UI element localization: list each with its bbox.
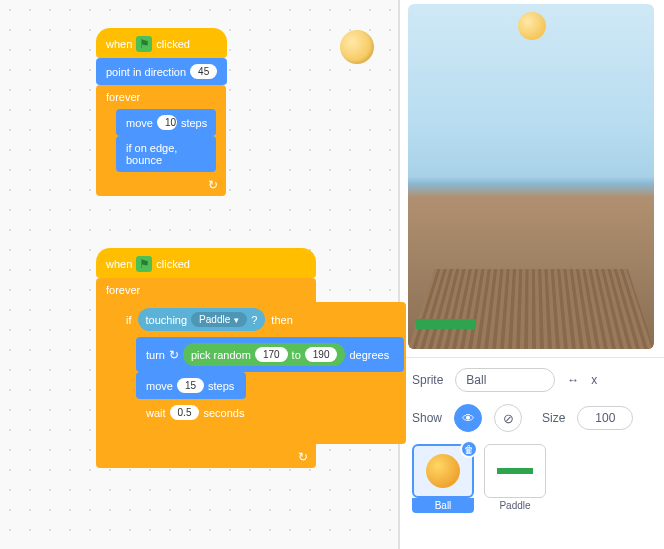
sprite-name-input[interactable]: Ball <box>455 368 555 392</box>
when-flag-clicked-block[interactable]: when clicked <box>96 248 316 278</box>
size-label: Size <box>542 411 565 425</box>
paddle-icon <box>497 468 533 474</box>
size-input[interactable]: 100 <box>577 406 633 430</box>
loop-arrow-icon <box>208 178 218 192</box>
block-label: if <box>126 314 132 326</box>
hat-text: when <box>106 38 132 50</box>
block-label: steps <box>208 380 234 392</box>
block-label: move <box>146 380 173 392</box>
if-then-block[interactable]: if touching Paddle ? then <box>116 302 406 444</box>
script-1[interactable]: when clicked point in direction 45 forev… <box>96 28 227 196</box>
sprite-label: Sprite <box>412 373 443 387</box>
point-direction-block[interactable]: point in direction 45 <box>96 58 227 85</box>
random-lo-input[interactable]: 170 <box>255 347 288 362</box>
forever-block[interactable]: forever move 10 steps if on edge, bounce <box>96 85 226 196</box>
thumb-label: Paddle <box>484 498 546 513</box>
green-flag-icon <box>136 36 152 52</box>
sprite-thumb-ball[interactable]: 🗑 Ball <box>412 444 474 513</box>
thumb-label: Ball <box>412 498 474 513</box>
chevron-down-icon <box>234 314 239 325</box>
eye-off-icon: ⊘ <box>503 411 514 426</box>
delete-sprite-button[interactable]: 🗑 <box>460 440 478 458</box>
pick-random-block[interactable]: pick random 170 to 190 <box>183 343 345 366</box>
block-label: then <box>271 314 292 326</box>
show-label: Show <box>412 411 442 425</box>
block-label: move <box>126 117 153 129</box>
stage[interactable] <box>408 4 654 349</box>
x-label: x <box>591 373 597 387</box>
code-workspace[interactable]: when clicked point in direction 45 forev… <box>0 0 400 549</box>
rotate-cw-icon <box>169 348 179 362</box>
block-label: wait <box>146 407 166 419</box>
dropdown-value: Paddle <box>199 314 230 325</box>
sprite-list: 🗑 Ball Paddle <box>412 444 652 513</box>
direction-input[interactable]: 45 <box>190 64 217 79</box>
touching-dropdown[interactable]: Paddle <box>191 312 247 327</box>
ball-icon <box>426 454 460 488</box>
x-direction-icon: ↔ <box>567 373 579 387</box>
block-label: to <box>292 349 301 361</box>
forever-block[interactable]: forever if touching Paddle ? the <box>96 278 316 468</box>
show-visible-button[interactable]: 👁 <box>454 404 482 432</box>
hat-text: clicked <box>156 38 190 50</box>
ball-on-stage[interactable] <box>518 12 546 40</box>
block-label: forever <box>106 284 140 296</box>
steps-input[interactable]: 15 <box>177 378 204 393</box>
sprite-info-panel: Sprite Ball ↔ x Show 👁 ⊘ Size 100 🗑 <box>400 357 664 549</box>
turn-degrees-block[interactable]: turn pick random 170 to 190 degrees <box>136 337 404 372</box>
block-label: turn <box>146 349 165 361</box>
block-label: touching <box>146 314 188 326</box>
script-2[interactable]: when clicked forever if touching Paddle <box>96 248 316 468</box>
block-label: point in direction <box>106 66 186 78</box>
steps-input[interactable]: 10 <box>157 115 177 130</box>
random-hi-input[interactable]: 190 <box>305 347 338 362</box>
move-steps-block[interactable]: move 10 steps <box>116 109 216 136</box>
sprite-thumb-paddle[interactable]: Paddle <box>484 444 546 513</box>
eye-icon: 👁 <box>462 411 475 426</box>
paddle-on-stage[interactable] <box>416 319 476 329</box>
block-label: if on edge, bounce <box>126 142 206 166</box>
hat-text: when <box>106 258 132 270</box>
stage-and-sprite-panel: Sprite Ball ↔ x Show 👁 ⊘ Size 100 🗑 <box>400 0 664 549</box>
bounce-block[interactable]: if on edge, bounce <box>116 136 216 172</box>
trash-icon: 🗑 <box>464 444 474 455</box>
wait-block[interactable]: wait 0.5 seconds <box>136 399 256 426</box>
stage-backdrop <box>408 269 654 349</box>
hat-text: clicked <box>156 258 190 270</box>
green-flag-icon <box>136 256 152 272</box>
block-label: pick random <box>191 349 251 361</box>
wait-input[interactable]: 0.5 <box>170 405 200 420</box>
block-label: steps <box>181 117 207 129</box>
touching-block[interactable]: touching Paddle ? <box>138 308 266 331</box>
block-label: seconds <box>203 407 244 419</box>
ball-sprite-on-canvas[interactable] <box>340 30 374 64</box>
block-label: degrees <box>349 349 389 361</box>
show-hidden-button[interactable]: ⊘ <box>494 404 522 432</box>
loop-arrow-icon <box>298 450 308 464</box>
when-flag-clicked-block[interactable]: when clicked <box>96 28 227 58</box>
block-label: forever <box>106 91 140 103</box>
move-steps-block[interactable]: move 15 steps <box>136 372 246 399</box>
block-label: ? <box>251 314 257 326</box>
